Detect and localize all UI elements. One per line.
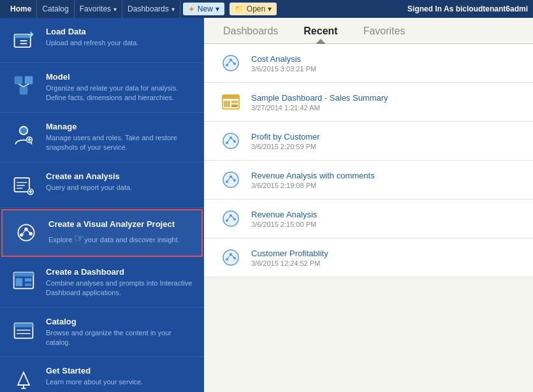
sidebar-load-data-title: Load Data <box>46 27 194 36</box>
load-data-icon <box>10 27 37 54</box>
recent-item-date: 3/6/2015 3:03:21 PM <box>251 65 518 73</box>
recent-item-date: 3/6/2015 2:20:59 PM <box>251 143 518 150</box>
svg-rect-7 <box>20 87 28 95</box>
sidebar-item-load-data[interactable]: Load Data Upload and refresh your data. <box>0 18 204 63</box>
recent-item-title: Revenue Analysis with comments <box>251 171 518 180</box>
open-button[interactable]: 📁 Open ▾ <box>230 3 277 15</box>
sidebar-item-get-started[interactable]: Get Started Learn more about your servic… <box>0 357 204 392</box>
list-item[interactable]: Sample Dashboard - Sales Summary 3/27/20… <box>204 83 533 122</box>
recent-item-title: Cost Analysis <box>251 54 518 64</box>
svg-rect-5 <box>15 76 23 85</box>
main-layout: Load Data Upload and refresh your data. … <box>0 18 533 392</box>
sidebar-item-catalog[interactable]: Catalog Browse and organize the content … <box>0 308 204 358</box>
svg-line-25 <box>22 229 26 235</box>
sidebar-manage-title: Manage <box>46 122 194 131</box>
new-button[interactable]: ✦ New ▾ <box>183 3 224 15</box>
recent-item-title: Profit by Customer <box>251 132 518 142</box>
sidebar-get-started-title: Get Started <box>46 366 194 375</box>
list-item[interactable]: Revenue Analysis 3/6/2015 2:15:00 PM <box>204 200 533 238</box>
recent-item-date: 3/6/2015 12:24:52 PM <box>251 259 518 267</box>
analysis-icon-1 <box>219 52 242 75</box>
sidebar-item-visual-analyzer[interactable]: Create a Visual Analyzer Project Explore… <box>1 209 203 257</box>
sidebar-create-analysis-desc: Query and report your data. <box>46 183 194 192</box>
top-navigation: Home Catalog Favorites▾ Dashboards▾ ✦ Ne… <box>0 0 533 18</box>
svg-rect-48 <box>231 101 238 103</box>
svg-rect-47 <box>224 101 230 107</box>
tab-recent[interactable]: Recent <box>303 25 337 43</box>
svg-rect-49 <box>231 105 238 107</box>
visual-analyzer-icon <box>13 219 40 246</box>
recent-item-date: 3/27/2014 1:21:42 AM <box>251 104 518 112</box>
signed-in-info: Signed In As bicloudtenant6admi <box>402 4 528 13</box>
sidebar-manage-desc: Manage users and roles. Take and restore… <box>46 133 194 153</box>
sidebar-item-create-analysis[interactable]: Create an Analysis Query and report your… <box>0 163 204 208</box>
analysis-icon-4 <box>219 168 242 191</box>
svg-rect-33 <box>15 323 33 327</box>
nav-home[interactable]: Home <box>5 0 37 18</box>
svg-point-39 <box>223 55 238 71</box>
create-dashboard-icon <box>10 267 37 294</box>
sidebar-create-dashboard-title: Create a Dashboard <box>46 267 194 277</box>
open-caret-icon: ▾ <box>268 4 272 13</box>
dashboard-icon-2 <box>219 91 242 113</box>
nav-favorites[interactable]: Favorites▾ <box>75 0 122 18</box>
sidebar-visual-analyzer-desc: Explore ☞your data and discover insight. <box>48 231 191 247</box>
svg-rect-1 <box>15 34 31 38</box>
svg-rect-28 <box>14 272 34 276</box>
list-item[interactable]: Customer Profitablity 3/6/2015 12:24:52 … <box>204 238 533 277</box>
svg-point-68 <box>223 250 238 265</box>
sidebar-item-manage[interactable]: Manage Manage users and roles. Take and … <box>0 113 204 163</box>
model-icon <box>10 72 37 99</box>
recent-item-title: Revenue Analysis <box>251 210 518 219</box>
analysis-icon-5 <box>219 207 242 230</box>
sidebar-catalog-title: Catalog <box>46 317 194 326</box>
nav-dashboards[interactable]: Dashboards▾ <box>122 0 180 18</box>
analysis-icon-6 <box>219 246 242 269</box>
manage-icon <box>10 122 37 149</box>
new-caret-icon: ▾ <box>215 4 219 13</box>
list-item[interactable]: Profit by Customer 3/6/2015 2:20:59 PM <box>204 122 533 161</box>
tab-dashboards[interactable]: Dashboards <box>223 25 278 43</box>
sidebar-get-started-desc: Learn more about your service. <box>46 377 194 387</box>
create-analysis-icon <box>10 171 37 198</box>
tab-favorites[interactable]: Favorites <box>363 25 405 43</box>
sidebar-model-desc: Organize and relate your data for analys… <box>46 83 194 103</box>
sidebar-visual-analyzer-title: Create a Visual Analyzer Project <box>48 219 191 229</box>
svg-line-8 <box>18 84 24 87</box>
folder-icon: 📁 <box>235 4 244 13</box>
svg-rect-31 <box>25 283 32 286</box>
list-item[interactable]: Cost Analysis 3/6/2015 3:03:21 PM <box>204 44 533 83</box>
svg-rect-6 <box>25 76 33 85</box>
svg-point-56 <box>223 172 238 187</box>
get-started-icon <box>10 366 37 392</box>
sidebar-item-create-dashboard[interactable]: Create a Dashboard Combine analyses and … <box>0 258 204 308</box>
recent-list: Cost Analysis 3/6/2015 3:03:21 PM Sample… <box>204 44 533 392</box>
sidebar-create-analysis-title: Create an Analysis <box>46 171 194 181</box>
sidebar-create-dashboard-desc: Combine analyses and prompts into Intera… <box>46 279 194 298</box>
catalog-icon <box>10 317 37 344</box>
sidebar: Load Data Upload and refresh your data. … <box>0 18 204 392</box>
sidebar-model-title: Model <box>46 72 194 82</box>
content-area: Dashboards Recent Favorites <box>204 18 533 392</box>
svg-rect-29 <box>15 278 22 286</box>
sidebar-catalog-desc: Browse and organize the content in your … <box>46 328 194 348</box>
svg-point-62 <box>223 211 238 226</box>
nav-catalog[interactable]: Catalog <box>37 0 74 18</box>
tabs-header: Dashboards Recent Favorites <box>204 18 533 44</box>
list-item[interactable]: Revenue Analysis with comments 3/6/2015 … <box>204 161 533 200</box>
svg-point-10 <box>20 126 28 134</box>
recent-item-title: Customer Profitablity <box>251 249 518 258</box>
sidebar-load-data-desc: Upload and refresh your data. <box>46 38 194 48</box>
svg-point-50 <box>223 133 238 149</box>
recent-item-date: 3/6/2015 2:15:00 PM <box>251 221 518 228</box>
recent-item-date: 3/6/2015 2:19:08 PM <box>251 182 518 189</box>
svg-line-9 <box>24 84 29 87</box>
recent-item-title: Sample Dashboard - Sales Summary <box>251 93 518 103</box>
svg-rect-46 <box>223 95 239 99</box>
svg-rect-30 <box>25 278 32 281</box>
svg-rect-14 <box>15 178 29 192</box>
new-icon: ✦ <box>188 4 195 14</box>
svg-line-26 <box>26 229 31 233</box>
sidebar-item-model[interactable]: Model Organize and relate your data for … <box>0 63 204 113</box>
analysis-icon-3 <box>219 129 242 152</box>
